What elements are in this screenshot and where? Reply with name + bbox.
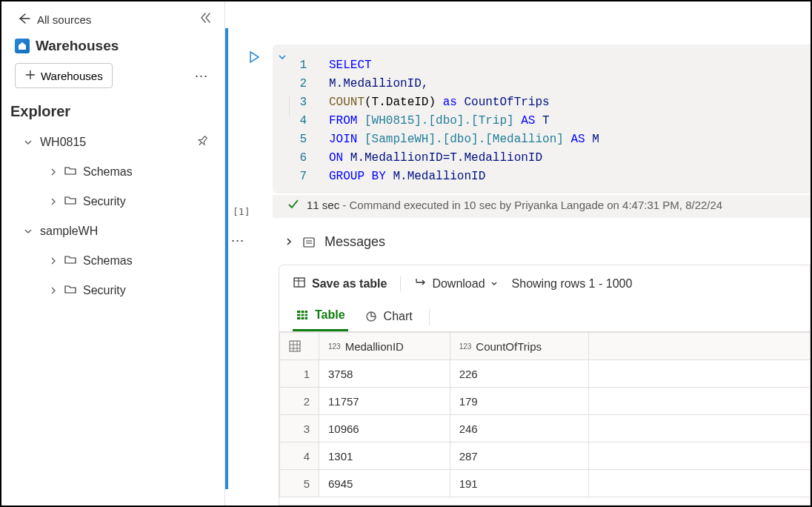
sidebar-title: Warehouses bbox=[36, 38, 119, 54]
column-header-medallionid[interactable]: 123MedallionID bbox=[319, 333, 450, 360]
execution-status: 11 sec - Command executed in 10 sec by P… bbox=[273, 195, 811, 218]
content: 1SELECT 2M.MedallionID, 3COUNT(T.DateID)… bbox=[273, 1, 811, 506]
cell: 179 bbox=[450, 388, 589, 415]
back-label: All sources bbox=[37, 13, 91, 26]
back-all-sources[interactable]: All sources bbox=[16, 11, 91, 28]
cell: 3758 bbox=[319, 360, 450, 388]
column-header-countoftrips[interactable]: 123CountOfTrips bbox=[450, 333, 589, 360]
cell: 246 bbox=[450, 415, 589, 443]
status-tail: - Command executed in 10 sec by Priyanka… bbox=[339, 199, 722, 211]
cell: 6945 bbox=[319, 470, 450, 497]
tab-table-label: Table bbox=[315, 308, 345, 322]
collapse-sidebar-icon[interactable] bbox=[198, 10, 213, 29]
column-label: MedallionID bbox=[345, 340, 404, 353]
svg-rect-0 bbox=[304, 238, 314, 247]
tab-table[interactable]: Table bbox=[293, 302, 348, 331]
tree-node-label: Schemas bbox=[83, 254, 133, 268]
tree-node-schemas[interactable]: Schemas bbox=[18, 157, 217, 187]
folder-icon bbox=[64, 282, 77, 299]
save-as-table-button[interactable]: Save as table bbox=[293, 276, 387, 292]
add-warehouses-button[interactable]: Warehouses bbox=[15, 63, 113, 88]
tree-node-label: Schemas bbox=[83, 165, 133, 179]
svg-rect-4 bbox=[290, 341, 300, 351]
chevron-right-icon bbox=[49, 257, 58, 265]
tree-node-wh0815[interactable]: WH0815 bbox=[18, 127, 217, 157]
tree-node-samplewh[interactable]: sampleWH bbox=[18, 216, 217, 246]
table-row[interactable]: 4 1301 287 bbox=[280, 443, 811, 470]
sidebar: All sources Warehouses Warehouses ··· Ex… bbox=[1, 1, 225, 506]
chevron-right-icon bbox=[49, 198, 58, 205]
download-icon bbox=[414, 276, 427, 292]
chevron-right-icon bbox=[49, 287, 58, 294]
chevron-down-icon bbox=[24, 227, 33, 236]
tree-node-label: WH0815 bbox=[40, 136, 86, 149]
svg-rect-1 bbox=[294, 278, 304, 287]
chevron-right-icon bbox=[284, 236, 293, 248]
column-header-empty bbox=[589, 333, 810, 360]
chevron-right-icon bbox=[49, 168, 58, 176]
table-row[interactable]: 1 3758 226 bbox=[280, 360, 811, 388]
add-warehouses-label: Warehouses bbox=[41, 70, 103, 82]
messages-label: Messages bbox=[325, 234, 385, 250]
tree-node-label: Security bbox=[83, 284, 126, 297]
tree-node-label: Security bbox=[83, 195, 126, 208]
save-as-table-label: Save as table bbox=[312, 277, 387, 291]
sql-editor[interactable]: 1SELECT 2M.MedallionID, 3COUNT(T.DateID)… bbox=[273, 44, 811, 193]
messages-icon bbox=[302, 236, 316, 249]
cell: 226 bbox=[450, 360, 589, 388]
cell: 287 bbox=[450, 443, 589, 470]
run-cell-button[interactable] bbox=[247, 50, 261, 66]
table-row[interactable]: 5 6945 191 bbox=[280, 470, 811, 497]
pin-icon[interactable] bbox=[191, 132, 212, 153]
cell: 1301 bbox=[319, 443, 450, 470]
sidebar-more-button[interactable]: ··· bbox=[190, 65, 213, 87]
cell: 10966 bbox=[319, 415, 450, 443]
table-row[interactable]: 2 11757 179 bbox=[280, 388, 811, 415]
explorer-heading: Explorer bbox=[1, 100, 224, 126]
cell: 11757 bbox=[319, 388, 450, 415]
main: [1] ··· 1SELECT 2M.MedallionID, 3COUNT(T… bbox=[225, 1, 811, 506]
chevron-down-icon bbox=[490, 277, 499, 291]
editor-gutter: [1] ··· bbox=[228, 1, 273, 506]
results-panel: Save as table Download Showing rows 1 - … bbox=[279, 265, 811, 506]
chevron-down-icon bbox=[24, 138, 33, 147]
cell-more-button[interactable]: ··· bbox=[231, 233, 244, 248]
tree: WH0815 Schemas Security bbox=[1, 126, 224, 305]
divider bbox=[289, 96, 290, 117]
check-icon bbox=[287, 198, 299, 212]
tree-node-schemas[interactable]: Schemas bbox=[18, 246, 217, 276]
status-duration: 11 sec bbox=[307, 199, 339, 211]
arrow-left-icon bbox=[16, 11, 31, 28]
cell: 191 bbox=[450, 470, 589, 497]
messages-section[interactable]: Messages bbox=[273, 218, 811, 265]
tree-node-security[interactable]: Security bbox=[18, 276, 217, 305]
folder-icon bbox=[64, 253, 77, 269]
table-row[interactable]: 3 10966 246 bbox=[280, 415, 811, 443]
download-button[interactable]: Download bbox=[414, 276, 498, 292]
table-icon bbox=[293, 276, 306, 292]
folder-icon bbox=[64, 164, 77, 180]
warehouse-icon bbox=[15, 39, 30, 53]
rows-count-label: Showing rows 1 - 1000 bbox=[512, 277, 633, 291]
tab-chart-label: Chart bbox=[384, 310, 413, 323]
folder-icon bbox=[64, 193, 77, 210]
tree-node-label: sampleWH bbox=[40, 225, 98, 238]
divider bbox=[400, 276, 401, 292]
svg-rect-2 bbox=[297, 311, 307, 319]
plus-icon bbox=[24, 69, 36, 83]
grid-corner[interactable] bbox=[280, 333, 319, 360]
download-label: Download bbox=[432, 277, 485, 291]
results-table: 123MedallionID 123CountOfTrips 1 3758 22… bbox=[279, 332, 810, 497]
column-label: CountOfTrips bbox=[476, 340, 542, 353]
tab-chart[interactable]: Chart bbox=[362, 302, 416, 331]
divider bbox=[429, 309, 430, 325]
cell-index: [1] bbox=[233, 206, 250, 217]
tree-node-security[interactable]: Security bbox=[18, 187, 217, 216]
run-dropdown-icon[interactable] bbox=[277, 52, 287, 64]
